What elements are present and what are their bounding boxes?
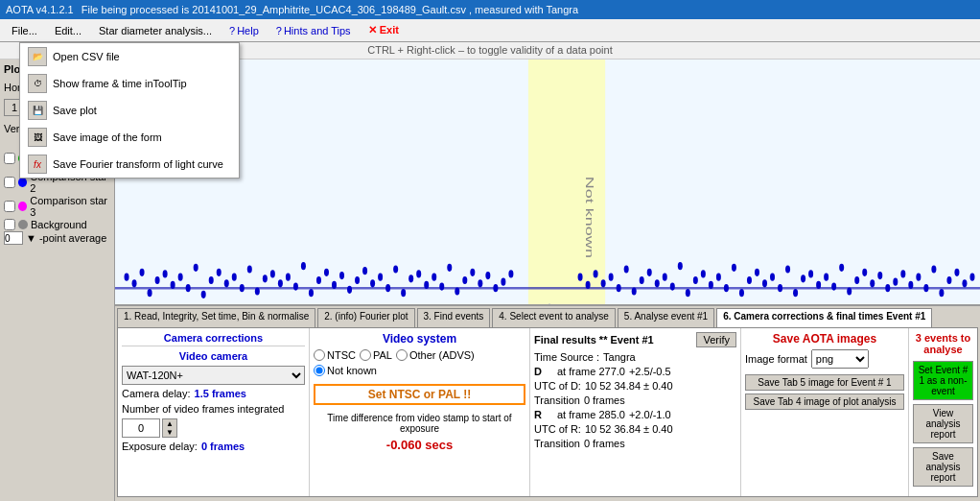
svg-text:Not known: Not known	[584, 177, 596, 258]
point-avg-input[interactable]	[4, 231, 23, 245]
svg-point-53	[347, 286, 352, 294]
tab-5[interactable]: 5. Analyse event #1	[618, 308, 714, 327]
star-diameter-menu[interactable]: Star diameter analysis...	[91, 23, 220, 38]
background-item: Background	[4, 219, 110, 230]
svg-point-74	[508, 270, 513, 277]
svg-point-109	[755, 269, 759, 276]
results-title: Final results ** Event #1	[534, 334, 654, 346]
camera-corrections-panel: Camera corrections Video camera WAT-120N…	[118, 328, 310, 496]
save-image-item[interactable]: 🖼 Save image of the form	[20, 124, 239, 151]
svg-point-72	[493, 284, 498, 292]
image-format-label: Image format	[745, 353, 807, 365]
hints-menu[interactable]: ? Hints and Tips	[268, 23, 359, 38]
transition-d-row: Transition 0 frames	[534, 394, 736, 406]
ntsc-radio[interactable]	[314, 349, 325, 361]
other-radio[interactable]	[396, 349, 408, 361]
open-csv-label: Open CSV file	[53, 51, 120, 62]
app-name: AOTA v4.1.2.1	[6, 4, 74, 15]
ntsc-label: NTSC	[327, 349, 356, 361]
svg-point-31	[178, 274, 183, 281]
transition-r-row: Transition 0 frames	[534, 438, 736, 449]
num-frames-input[interactable]	[122, 418, 160, 438]
spinner-btn[interactable]: ▲ ▼	[162, 418, 177, 438]
ntsc-pal-warning: Set NTSC or PAL !!	[314, 384, 525, 405]
pal-radio[interactable]	[360, 349, 371, 361]
background-checkbox[interactable]	[4, 219, 15, 230]
svg-point-117	[816, 281, 821, 289]
video-camera-select[interactable]: WAT-120N+	[122, 366, 305, 385]
clock-icon: ⏱	[28, 74, 47, 93]
results-header: Final results ** Event #1 Verify	[534, 332, 736, 347]
svg-point-58	[385, 284, 390, 292]
edit-menu[interactable]: Edit...	[47, 23, 89, 38]
svg-point-108	[747, 276, 752, 284]
svg-point-105	[724, 284, 729, 292]
save-plot-item[interactable]: 💾 Save plot	[20, 97, 239, 124]
tab-2-label: 2. (info) Fourier plot	[324, 311, 408, 322]
svg-point-62	[416, 270, 421, 277]
ntsc-option: NTSC	[314, 349, 356, 361]
r-row: R at frame 285.0 +2.0/-1.0	[534, 409, 736, 420]
other-option: Other (ADVS)	[396, 349, 475, 361]
r-frame: at frame 285.0	[557, 409, 625, 420]
not-known-radio[interactable]	[314, 365, 325, 376]
tab-1[interactable]: 1. Read, Integrity, Set time, Bin & norm…	[117, 308, 315, 327]
video-camera-subtitle: Video camera	[122, 350, 305, 362]
svg-point-134	[946, 276, 951, 284]
open-csv-item[interactable]: 📂 Open CSV file	[20, 43, 239, 70]
exit-menu[interactable]: ✕ Exit	[361, 22, 407, 38]
not-known-label: Not known	[327, 365, 377, 376]
svg-point-93	[632, 287, 637, 295]
set-event-button[interactable]: Set Event # 1 as a non-event	[913, 361, 973, 400]
svg-point-73	[501, 278, 505, 286]
svg-point-112	[778, 284, 782, 292]
tab-6[interactable]: 6. Camera corrections & final times Even…	[716, 308, 932, 327]
utc-d-row: UTC of D: 10 52 34.84 ± 0.40	[534, 380, 736, 392]
svg-point-28	[155, 276, 160, 284]
svg-point-70	[478, 279, 482, 287]
help-icon: ?	[229, 25, 235, 36]
comp-star-2-checkbox[interactable]	[4, 177, 15, 188]
svg-point-35	[209, 276, 214, 284]
svg-point-89	[601, 279, 606, 287]
comp-star-3-checkbox[interactable]	[4, 201, 15, 212]
time-source-label: Time Source :	[534, 351, 599, 363]
tab-3[interactable]: 3. Find events	[417, 308, 491, 327]
comp-star-3-label: Comparison star 3	[30, 195, 110, 218]
tab-2[interactable]: 2. (info) Fourier plot	[317, 308, 414, 327]
svg-point-130	[916, 274, 921, 281]
svg-point-41	[255, 287, 260, 295]
comp-star-3-dot	[18, 202, 27, 211]
image-format-select[interactable]: png jpg bmp	[811, 349, 869, 369]
view-report-button[interactable]: View analysis report	[913, 404, 973, 443]
svg-point-96	[655, 279, 660, 287]
file-dropdown: 📂 Open CSV file ⏱ Show frame & time inTo…	[19, 42, 240, 179]
comp-star-1-checkbox[interactable]	[4, 153, 15, 164]
save-icon: 💾	[28, 101, 47, 120]
svg-point-113	[785, 265, 790, 273]
save-fourier-item[interactable]: fx Save Fourier transform of light curve	[20, 151, 239, 178]
hints-icon: ?	[276, 25, 282, 36]
final-results-panel: Final results ** Event #1 Verify Time So…	[530, 328, 741, 496]
svg-point-63	[424, 281, 429, 289]
help-menu[interactable]: ? Help	[222, 23, 267, 38]
verify-button[interactable]: Verify	[696, 332, 736, 347]
file-menu[interactable]: File...	[4, 23, 45, 38]
svg-point-103	[709, 281, 713, 289]
events-analysis-panel: 3 events to analyse Set Event # 1 as a n…	[909, 328, 977, 496]
time-diff-label: Time difference from video stamp to star…	[314, 413, 525, 434]
exit-x-icon: ✕	[368, 24, 377, 36]
svg-point-47	[301, 262, 306, 270]
save-fourier-label: Save Fourier transform of light curve	[53, 158, 223, 170]
tab-4[interactable]: 4. Select event to analyse	[492, 308, 616, 327]
svg-point-40	[247, 265, 252, 273]
show-frame-time-item[interactable]: ⏱ Show frame & time inToolTip	[20, 70, 239, 97]
utc-r-value: 10 52 36.84 ± 0.40	[585, 423, 673, 435]
save-report-button[interactable]: Save analysis report	[913, 447, 973, 487]
transition-r-label: Transition	[534, 438, 580, 449]
d-label: D	[534, 366, 553, 377]
save-tab5-button[interactable]: Save Tab 5 image for Event # 1	[745, 374, 904, 391]
save-tab4-button[interactable]: Save Tab 4 image of plot analysis	[745, 394, 904, 410]
image-icon: 🖼	[28, 128, 47, 147]
comp-star-3-item: Comparison star 3	[4, 195, 110, 218]
